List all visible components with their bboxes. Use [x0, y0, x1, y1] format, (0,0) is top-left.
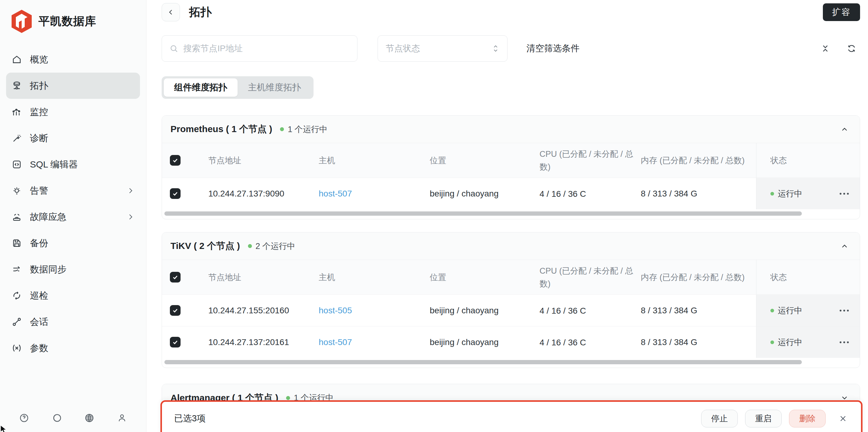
user-icon[interactable]	[117, 413, 127, 423]
sticky-status-col: 状态	[756, 143, 860, 178]
horizontal-scrollbar[interactable]	[164, 359, 857, 365]
diagnosis-icon	[11, 133, 22, 144]
section-header: Prometheus ( 1 个节点 ) 1 个运行中	[162, 116, 860, 143]
chevron-up-icon[interactable]	[840, 125, 849, 134]
sidebar-item-diagnosis[interactable]: 诊断	[6, 125, 140, 151]
sidebar-item-monitor[interactable]: 监控	[6, 99, 140, 125]
sticky-status-col: 运行中	[756, 327, 860, 358]
back-button[interactable]	[162, 3, 180, 21]
status-badge: 运行中	[778, 337, 802, 348]
select-all-checkbox[interactable]	[170, 155, 181, 166]
node-address: 10.244.27.155:20160	[208, 306, 319, 315]
sticky-status-col: 运行中	[756, 178, 860, 209]
node-cpu: 4 / 16 / 36 C	[539, 304, 641, 317]
status-badge: 运行中	[778, 188, 802, 199]
sidebar-item-alerts[interactable]: 告警	[6, 178, 140, 204]
topology-icon	[11, 81, 22, 91]
scale-out-button[interactable]: 扩容	[823, 3, 860, 21]
parameter-icon	[11, 343, 22, 353]
row-actions-menu-icon[interactable]	[840, 341, 849, 343]
table-header-row: 节点地址 主机 位置 CPU (已分配 / 未分配 / 总数) 内存 (已分配 …	[162, 143, 860, 178]
node-memory: 8 / 313 / 384 G	[641, 337, 772, 347]
scrollbar-thumb[interactable]	[164, 360, 802, 364]
col-node-address: 节点地址	[208, 155, 319, 166]
table-row: 10.244.27.155:20160 host-505 beijing / c…	[162, 295, 860, 326]
search-icon	[169, 44, 179, 53]
filter-row: 节点状态 清空筛选条件	[162, 35, 860, 62]
language-globe-icon[interactable]	[84, 413, 95, 423]
restart-button[interactable]: 重启	[745, 410, 782, 427]
col-location: 位置	[430, 155, 539, 166]
help-icon[interactable]	[19, 413, 29, 423]
sidebar-nav: 概览 拓扑 监控	[0, 47, 146, 361]
select-all-checkbox[interactable]	[170, 272, 181, 282]
table-row: 10.244.27.137:9090 host-507 beijing / ch…	[162, 178, 860, 209]
row-checkbox[interactable]	[170, 188, 181, 199]
data-sync-icon	[11, 264, 22, 275]
sidebar-item-inspection[interactable]: 巡检	[6, 282, 140, 309]
node-status-select[interactable]: 节点状态	[378, 35, 507, 62]
sql-editor-icon	[11, 159, 22, 169]
section-title: TiKV ( 2 个节点 )	[170, 240, 240, 252]
col-cpu: CPU (已分配 / 未分配 / 总数)	[539, 147, 641, 174]
table-row: 10.244.27.137:20161 host-507 beijing / c…	[162, 326, 860, 358]
select-sorter-icon	[492, 43, 499, 53]
sidebar: 平凯数据库 概览 拓扑	[0, 0, 146, 432]
host-link[interactable]: host-505	[319, 306, 352, 315]
tab-host-topology[interactable]: 主机维度拓扑	[238, 79, 311, 97]
tab-component-topology[interactable]: 组件维度拓扑	[164, 79, 238, 97]
sticky-status-col: 运行中	[756, 295, 860, 326]
stop-button[interactable]: 停止	[701, 410, 738, 427]
delete-button[interactable]: 删除	[789, 410, 826, 427]
col-cpu: CPU (已分配 / 未分配 / 总数)	[539, 264, 641, 290]
search-input[interactable]	[183, 43, 350, 53]
dark-mode-icon[interactable]	[52, 413, 62, 423]
col-status: 状态	[770, 272, 787, 283]
inspection-icon	[11, 290, 22, 301]
sidebar-item-parameters[interactable]: 参数	[6, 335, 140, 361]
chevron-right-icon	[127, 213, 134, 221]
sidebar-footer	[0, 404, 146, 432]
sidebar-item-sql-editor[interactable]: SQL 编辑器	[6, 151, 140, 178]
status-dot-icon	[770, 340, 774, 344]
page-title: 拓扑	[189, 5, 212, 20]
scrollbar-thumb[interactable]	[164, 211, 802, 216]
topology-tabs: 组件维度拓扑 主机维度拓扑	[162, 76, 313, 99]
host-link[interactable]: host-507	[319, 189, 352, 198]
chevron-right-icon	[127, 187, 134, 195]
host-link[interactable]: host-507	[319, 337, 352, 347]
row-checkbox[interactable]	[170, 305, 181, 316]
sidebar-item-emergency[interactable]: 故障应急	[6, 204, 140, 230]
sidebar-item-topology[interactable]: 拓扑	[6, 72, 140, 99]
row-checkbox[interactable]	[170, 337, 181, 347]
node-cpu: 4 / 16 / 36 C	[539, 187, 641, 200]
node-memory: 8 / 313 / 384 G	[641, 189, 772, 198]
selection-count: 已选3项	[174, 412, 206, 425]
section-header: TiKV ( 2 个节点 ) 2 个运行中	[162, 233, 860, 260]
close-icon[interactable]	[838, 414, 847, 423]
status-dot-icon	[770, 192, 774, 195]
horizontal-scrollbar[interactable]	[164, 211, 857, 217]
node-location: beijing / chaoyang	[430, 337, 539, 347]
status-dot-icon	[770, 309, 774, 312]
chevron-up-icon[interactable]	[840, 242, 849, 250]
running-dot-icon	[248, 244, 252, 248]
status-badge: 运行中	[778, 305, 802, 316]
running-dot-icon	[280, 127, 284, 131]
clear-filters-link[interactable]: 清空筛选条件	[526, 42, 580, 55]
running-dot-icon	[286, 396, 290, 400]
search-box[interactable]	[162, 35, 358, 62]
collapse-all-icon[interactable]	[820, 43, 830, 53]
sidebar-item-session[interactable]: 会话	[6, 309, 140, 335]
sidebar-item-backup[interactable]: 备份	[6, 230, 140, 256]
node-address: 10.244.27.137:20161	[208, 337, 319, 347]
brand-name: 平凯数据库	[38, 14, 96, 29]
running-count: 1 个运行中	[288, 124, 328, 135]
refresh-icon[interactable]	[847, 43, 857, 53]
emergency-icon	[11, 212, 22, 222]
sidebar-item-data-sync[interactable]: 数据同步	[6, 256, 140, 282]
monitor-icon	[11, 107, 22, 117]
sidebar-item-overview[interactable]: 概览	[6, 47, 140, 72]
row-actions-menu-icon[interactable]	[840, 310, 849, 311]
row-actions-menu-icon[interactable]	[840, 193, 849, 195]
